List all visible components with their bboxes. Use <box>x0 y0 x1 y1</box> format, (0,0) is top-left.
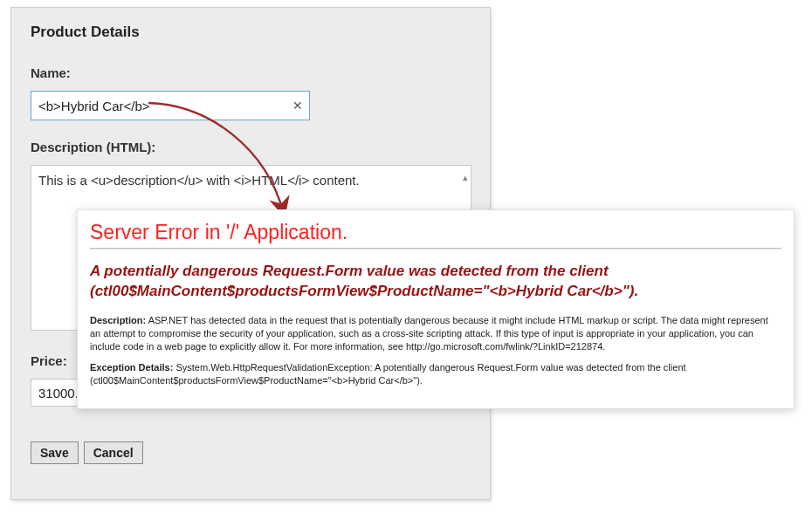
server-error-box: Server Error in '/' Application. A poten… <box>77 209 795 409</box>
name-label: Name: <box>31 65 471 80</box>
error-exception-body: System.Web.HttpRequestValidationExceptio… <box>90 362 686 386</box>
cancel-button[interactable]: Cancel <box>84 441 143 464</box>
name-input[interactable] <box>31 91 310 120</box>
error-subtitle: A potentially dangerous Request.Form val… <box>90 262 781 302</box>
error-exception: Exception Details: System.Web.HttpReques… <box>90 361 781 387</box>
panel-title: Product Details <box>31 24 471 41</box>
error-exception-label: Exception Details: <box>90 362 173 373</box>
scroll-up-icon[interactable]: ▴ <box>463 172 468 183</box>
error-title: Server Error in '/' Application. <box>90 221 781 244</box>
name-input-wrap: ✕ <box>31 91 310 120</box>
error-description-body: ASP.NET has detected data in the request… <box>90 315 768 352</box>
save-button[interactable]: Save <box>31 441 79 464</box>
clear-icon[interactable]: ✕ <box>292 99 303 112</box>
error-description: Description: ASP.NET has detected data i… <box>90 314 781 353</box>
button-row: Save Cancel <box>31 441 471 464</box>
error-divider <box>90 248 781 250</box>
description-label: Description (HTML): <box>31 140 471 154</box>
error-description-label: Description: <box>90 315 146 325</box>
